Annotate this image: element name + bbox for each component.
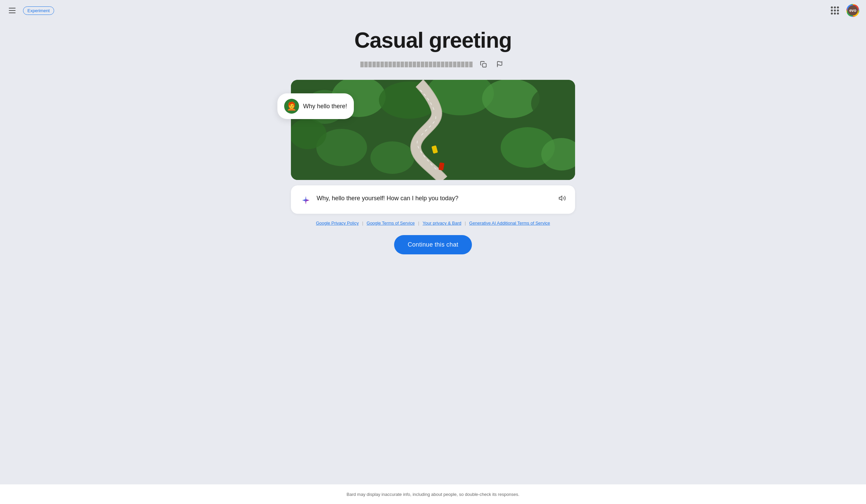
menu-icon[interactable] bbox=[7, 6, 18, 15]
svg-marker-17 bbox=[559, 196, 562, 201]
disclaimer-text: Bard may display inaccurate info, includ… bbox=[347, 492, 520, 497]
separator-3: | bbox=[465, 221, 466, 226]
generative-ai-terms-link[interactable]: Generative AI Additional Terms of Servic… bbox=[469, 221, 550, 226]
ai-response-text: Why, hello there yourself! How can I hel… bbox=[317, 193, 566, 203]
footer-links: Google Privacy Policy | Google Terms of … bbox=[316, 221, 550, 226]
avatar[interactable]: evo bbox=[846, 4, 859, 17]
separator-2: | bbox=[418, 221, 419, 226]
experiment-badge[interactable]: Experiment bbox=[23, 7, 54, 15]
header: Experiment evo bbox=[0, 0, 866, 21]
subtitle-row: ████████████████████████████ bbox=[360, 58, 506, 70]
ai-response-card: Why, hello there yourself! How can I hel… bbox=[291, 186, 575, 214]
apps-grid-icon[interactable] bbox=[829, 4, 841, 16]
privacy-policy-link[interactable]: Google Privacy Policy bbox=[316, 221, 358, 226]
flag-icon[interactable] bbox=[493, 58, 506, 70]
sound-icon[interactable] bbox=[556, 192, 568, 204]
copy-icon[interactable] bbox=[477, 58, 489, 70]
sparkle-icon bbox=[300, 195, 311, 206]
main-content: Casual greeting ████████████████████████… bbox=[0, 21, 866, 484]
subtitle-text: ████████████████████████████ bbox=[360, 61, 473, 67]
page-title: Casual greeting bbox=[354, 28, 511, 53]
terms-of-service-link[interactable]: Google Terms of Service bbox=[367, 221, 415, 226]
user-message-text: Why hello there! bbox=[303, 103, 347, 110]
svg-rect-0 bbox=[482, 64, 486, 67]
user-avatar-emoji: 🧑‍🦰 bbox=[284, 99, 299, 114]
image-container: 🧑‍🦰 Why hello there! evo bbox=[291, 80, 575, 180]
avatar-initials: evo bbox=[848, 5, 858, 15]
header-right: evo bbox=[829, 4, 859, 17]
bottom-bar: Bard may display inaccurate info, includ… bbox=[0, 484, 866, 504]
your-privacy-link[interactable]: Your privacy & Bard bbox=[422, 221, 461, 226]
svg-point-14 bbox=[370, 142, 414, 174]
continue-chat-button[interactable]: Continue this chat bbox=[394, 235, 472, 254]
svg-point-7 bbox=[482, 80, 540, 118]
user-chat-bubble: 🧑‍🦰 Why hello there! bbox=[277, 93, 354, 119]
separator-1: | bbox=[362, 221, 363, 226]
header-left: Experiment bbox=[7, 6, 54, 15]
svg-point-10 bbox=[291, 119, 326, 149]
